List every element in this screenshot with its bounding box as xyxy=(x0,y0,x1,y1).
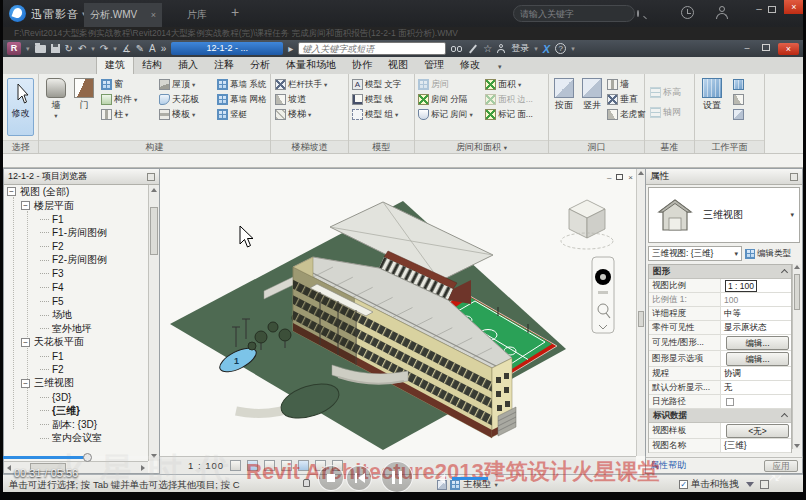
close-icon[interactable]: × xyxy=(151,10,156,20)
press-drag-checkbox[interactable]: ✓ xyxy=(679,480,688,489)
seekbar-thumb[interactable] xyxy=(83,453,92,462)
infocenter-search[interactable] xyxy=(298,42,446,55)
player-search[interactable] xyxy=(513,5,635,22)
model-group-button[interactable]: 模型 组▾ xyxy=(352,107,414,122)
edit-button[interactable]: 编辑... xyxy=(726,352,789,366)
property-row[interactable]: 默认分析显示...无 xyxy=(649,381,791,395)
volume-thumb[interactable] xyxy=(488,474,496,482)
undo-icon[interactable]: ↶ xyxy=(78,42,86,55)
favorites-star-icon[interactable]: ☆ xyxy=(483,42,492,55)
tree-item[interactable]: 室内会议室 xyxy=(4,431,148,445)
group-graphics[interactable]: 图形 xyxy=(649,265,791,279)
dormer-button[interactable]: 老虎窗 xyxy=(607,107,645,122)
scroll-up-icon[interactable] xyxy=(794,265,800,269)
chevron-down-icon[interactable]: ▾ xyxy=(734,250,738,258)
revit-restore-button[interactable] xyxy=(759,43,773,55)
tab-view[interactable]: 视图 xyxy=(380,56,416,74)
ch evron-down-icon[interactable]: ▾ xyxy=(134,96,137,104)
view-close-icon[interactable]: × xyxy=(628,173,633,182)
tree-item-current-view[interactable]: {三维} xyxy=(4,404,148,418)
revit-minimize-button[interactable]: – xyxy=(740,43,754,55)
wall-opening-button[interactable]: 墙 xyxy=(607,77,645,92)
component-button[interactable]: 构件▾ xyxy=(101,92,158,107)
viewport-vertical-scrollbar[interactable] xyxy=(636,169,645,456)
tree-item[interactable]: F5 xyxy=(4,295,148,309)
property-row[interactable]: 可见性/图形...编辑... xyxy=(649,335,791,351)
view-template-button[interactable]: <无> xyxy=(726,424,789,438)
player-close-button[interactable]: × xyxy=(784,0,804,14)
scroll-up-icon[interactable] xyxy=(151,188,157,192)
tree-item[interactable]: F1 xyxy=(4,212,148,226)
viewer-button[interactable] xyxy=(733,107,761,122)
opening-by-face-button[interactable]: 按面 xyxy=(551,77,577,137)
browser-vertical-scrollbar[interactable] xyxy=(148,185,159,461)
property-row[interactable]: 日光路径 xyxy=(649,395,791,409)
save-icon[interactable] xyxy=(51,44,60,53)
door-button[interactable]: 门 xyxy=(71,77,97,137)
view-minimize-icon[interactable]: – xyxy=(607,173,611,182)
chevron-down-icon[interactable]: ▾ xyxy=(113,45,117,53)
chevron-down-icon[interactable]: ▾ xyxy=(324,81,327,89)
exchange-apps-icon[interactable]: X xyxy=(543,43,550,55)
tab-analyze[interactable]: 分析 xyxy=(242,56,278,74)
tab-annotate[interactable]: 注释 xyxy=(206,56,242,74)
property-row[interactable]: 规程协调 xyxy=(649,367,791,381)
curtain-grid-button[interactable]: 幕墙 网格 xyxy=(217,92,271,107)
viewcube[interactable] xyxy=(561,200,613,249)
window-button[interactable]: 窗 xyxy=(101,77,158,92)
chevron-down-icon[interactable]: ▾ xyxy=(192,111,195,119)
chevron-down-icon[interactable]: ▾ xyxy=(125,111,128,119)
tree-item-views[interactable]: −视图 (全部) xyxy=(4,185,148,199)
project-browser-header[interactable]: 12-1-2 - 项目浏览器 xyxy=(4,169,159,185)
drawing-area[interactable]: 1 xyxy=(160,168,645,474)
pause-button[interactable] xyxy=(381,461,413,493)
area-button[interactable]: 面积▾ xyxy=(485,77,547,92)
tag-icon[interactable]: ✎ xyxy=(136,42,144,55)
tree-item[interactable]: {3D} xyxy=(4,390,148,404)
tab-manage[interactable]: 管理 xyxy=(416,56,452,74)
toolbar-overflow-icon[interactable]: » xyxy=(161,42,167,55)
tree-item-floorplans[interactable]: −楼层平面 xyxy=(4,199,148,213)
fullscreen-icon[interactable]: ↗↙ xyxy=(768,472,781,483)
scrollbar-thumb[interactable] xyxy=(794,274,800,310)
navigation-bar[interactable] xyxy=(592,257,614,333)
modify-button[interactable]: 修改 xyxy=(7,78,34,136)
player-app-name[interactable]: 迅雷影音 xyxy=(31,7,79,22)
filter-icon[interactable] xyxy=(746,482,754,487)
ribbon-collapse-icon[interactable]: ▾ xyxy=(494,60,506,74)
model-line-button[interactable]: 模型 线 xyxy=(352,92,414,107)
chevron-down-icon[interactable]: ▾ xyxy=(571,45,575,53)
model-text-button[interactable]: A模型 文字 xyxy=(352,77,414,92)
panel-room-area-label[interactable]: 房间和面积 ▾ xyxy=(415,140,548,153)
panel-options-icon[interactable] xyxy=(790,173,798,181)
panel-options-icon[interactable] xyxy=(147,173,155,181)
tree-item-3dviews[interactable]: −三维视图 xyxy=(4,377,148,391)
tree-item[interactable]: 场地 xyxy=(4,308,148,322)
tree-item[interactable]: F3 xyxy=(4,267,148,281)
tree-item[interactable]: F1 xyxy=(4,349,148,363)
show-workplane-button[interactable] xyxy=(733,77,761,92)
tag-room-button[interactable]: 标记 房间▾ xyxy=(418,107,483,122)
instance-selector[interactable]: 三维视图: {三维} ▾ xyxy=(648,246,742,261)
scrollbar-thumb[interactable] xyxy=(638,311,644,327)
set-workplane-button[interactable]: 设置 xyxy=(699,77,725,137)
property-row[interactable]: 视图比例1 : 100 xyxy=(649,279,791,293)
tab-massing-site[interactable]: 体量和场地 xyxy=(278,56,344,74)
player-restore-button[interactable] xyxy=(768,6,776,13)
wall-button[interactable]: 墙▾ xyxy=(43,77,69,137)
tree-item[interactable]: F4 xyxy=(4,281,148,295)
infocenter-search-input[interactable] xyxy=(302,44,442,54)
speaker-icon[interactable] xyxy=(438,474,445,484)
tab-modify[interactable]: 修改 xyxy=(452,56,488,74)
edit-button[interactable]: 编辑... xyxy=(726,336,789,350)
revit-close-button[interactable]: × xyxy=(778,43,799,55)
apply-button[interactable]: 应用 xyxy=(764,460,798,472)
tree-item[interactable]: F1-房间图例 xyxy=(4,226,148,240)
user-account-icon[interactable] xyxy=(716,6,729,19)
history-clock-icon[interactable] xyxy=(681,6,694,19)
floor-button[interactable]: 楼板▾ xyxy=(159,107,217,122)
ceiling-button[interactable]: 天花板 xyxy=(159,92,217,107)
chevron-down-icon[interactable]: ▾ xyxy=(54,112,57,119)
sign-in-label[interactable]: 登录 xyxy=(511,42,529,55)
tag-area-button[interactable]: 标记 面... xyxy=(485,107,547,122)
